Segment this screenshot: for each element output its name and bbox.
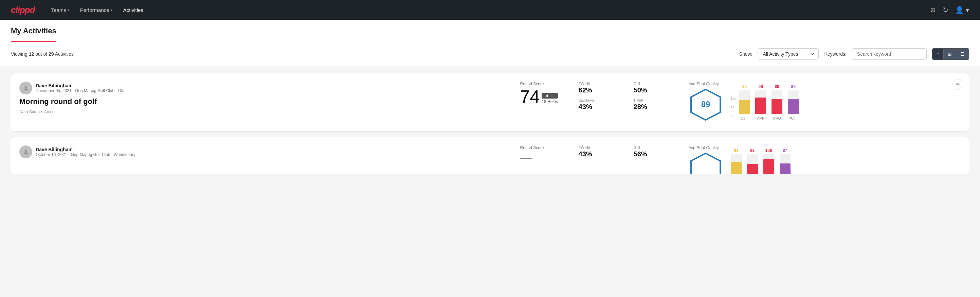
- bar-ott-fill: [739, 100, 750, 114]
- gir-label-2: GIR: [634, 145, 678, 150]
- bar-app-value: 90: [759, 84, 763, 89]
- svg-text:89: 89: [701, 99, 710, 109]
- score-diff-badge: +4: [542, 93, 558, 99]
- shot-quality-label-2: Avg Shot Quality: [689, 145, 722, 150]
- oneputt-stat: 1 Putt 28%: [634, 98, 678, 111]
- bar-app: 90 APP: [755, 84, 766, 120]
- viewing-text: Viewing 12 out of 29 Activities: [11, 51, 734, 57]
- card-left: Dave Billingham December 05, 2021 - Gog …: [19, 81, 509, 114]
- show-label: Show:: [739, 51, 752, 57]
- svg-point-0: [24, 86, 27, 88]
- shot-quality-section-2: Avg Shot Quality 94 OTT 83: [689, 145, 961, 174]
- page-title: My Activities: [11, 27, 56, 35]
- bar-putt-label: PUTT: [789, 116, 798, 120]
- logo[interactable]: clippd: [11, 5, 35, 15]
- bars-container: 85 OTT 90 APP: [739, 84, 799, 120]
- navbar-right: ⊕ ↻ 👤 ▾: [930, 6, 969, 14]
- stats-section-card2: FW Hit 43%: [579, 145, 623, 162]
- refresh-icon[interactable]: ↻: [943, 6, 948, 14]
- view-grid-button[interactable]: ⊞: [943, 49, 956, 59]
- bar-app-label: APP: [757, 116, 764, 120]
- gir-stat-2: GIR 56%: [634, 145, 678, 158]
- chevron-down-icon: ▾: [68, 8, 69, 12]
- round-score-value: 74: [520, 88, 540, 105]
- updown-stat: Up/Down 43%: [579, 98, 623, 111]
- activity-date-2: October 16, 2021 - Gog Magog Golf Club -…: [36, 152, 135, 157]
- stats-section-2: GIR 50% 1 Putt 28%: [634, 81, 678, 115]
- page-header: My Activities: [0, 20, 980, 42]
- view-list-compact-button[interactable]: ≡: [932, 49, 943, 59]
- svg-point-3: [24, 150, 27, 152]
- add-icon[interactable]: ⊕: [930, 6, 936, 14]
- activity-card-2: Dave Billingham October 16, 2021 - Gog M…: [11, 137, 969, 174]
- y-axis-labels: 100 50 0: [731, 96, 737, 120]
- nav-performance[interactable]: Performance ▾: [80, 7, 112, 13]
- navbar: clippd Teams ▾ Performance ▾ Activities …: [0, 0, 980, 20]
- shot-quality-label: Avg Shot Quality: [689, 81, 722, 86]
- score-section: Round Score 74 +4 18 Holes: [520, 81, 568, 105]
- bar-app-wrapper: [755, 90, 766, 114]
- bar-arg: 89 ARG: [772, 84, 783, 120]
- bar-arg-wrapper: [772, 90, 783, 114]
- nav-teams[interactable]: Teams ▾: [51, 7, 69, 13]
- data-source: Data Source: Arccos: [19, 109, 509, 114]
- bar-putt-value: 89: [791, 84, 795, 89]
- fw-hit-value-2: 43%: [579, 150, 623, 158]
- viewing-total: 29: [49, 51, 54, 57]
- oneputt-value: 28%: [634, 103, 678, 111]
- holes-text: 18 Holes: [542, 99, 558, 104]
- bar-ott: 85 OTT: [739, 84, 750, 120]
- bar-app-fill: [755, 97, 766, 114]
- activity-card: ✏ Dave Billingham December 05, 2021 - Go…: [11, 73, 969, 131]
- bar-ott-wrapper: [739, 90, 750, 114]
- hexagon-icon-2: [689, 152, 722, 174]
- hexagon-icon: 89: [689, 88, 722, 121]
- user-info: Dave Billingham December 05, 2021 - Gog …: [36, 83, 124, 93]
- bar-arg-value: 89: [775, 84, 779, 89]
- chevron-down-icon: ▾: [111, 8, 112, 12]
- bar-putt-fill: [788, 99, 799, 115]
- user-row: Dave Billingham December 05, 2021 - Gog …: [19, 81, 509, 94]
- view-list-detail-button[interactable]: ☰: [956, 49, 969, 59]
- user-info-2: Dave Billingham October 16, 2021 - Gog M…: [36, 147, 135, 157]
- updown-value: 43%: [579, 103, 623, 111]
- fw-hit-label: FW Hit: [579, 81, 623, 86]
- gir-label: GIR: [634, 81, 678, 86]
- activity-title: Morning round of golf: [19, 97, 509, 106]
- list-compact-icon: ≡: [937, 51, 939, 57]
- updown-label: Up/Down: [579, 98, 623, 102]
- edit-button[interactable]: ✏: [953, 79, 963, 90]
- fw-hit-value: 62%: [579, 86, 623, 94]
- svg-marker-4: [691, 153, 720, 174]
- bar-putt-wrapper: [788, 90, 799, 114]
- gir-value: 50%: [634, 86, 678, 94]
- keywords-label: Keywords:: [824, 51, 846, 57]
- round-score-label-2: Round Score: [520, 145, 568, 150]
- list-detail-icon: ☰: [960, 51, 965, 57]
- activity-type-select[interactable]: All Activity Types: [757, 48, 819, 60]
- user-name: Dave Billingham: [36, 83, 124, 88]
- bar-ott-label: OTT: [741, 116, 748, 120]
- score-row: 74 +4 18 Holes: [520, 88, 568, 105]
- round-score-value-2: —: [520, 152, 533, 164]
- bars-container-2: 94 OTT 83 APP 106: [731, 148, 791, 174]
- grid-icon: ⊞: [948, 51, 952, 57]
- score-section-2: Round Score —: [520, 145, 568, 164]
- avatar-2: [19, 145, 32, 158]
- bar-chart-2: 94 OTT 83 APP 106: [731, 148, 791, 174]
- search-input[interactable]: [852, 48, 927, 60]
- bar-ott-2: 94 OTT: [731, 148, 741, 174]
- bar-arg-2: 106 ARG: [764, 148, 774, 174]
- stats-section: FW Hit 62% Up/Down 43%: [579, 81, 623, 115]
- filter-bar: Viewing 12 out of 29 Activities Show: Al…: [0, 42, 980, 66]
- score-meta: +4 18 Holes: [542, 93, 558, 104]
- shot-quality-section: Avg Shot Quality 89 100 50 0 85: [689, 81, 961, 123]
- shot-quality-left-2: Avg Shot Quality: [689, 145, 722, 174]
- stats-section-card2-b: GIR 56%: [634, 145, 678, 162]
- activity-date: December 05, 2021 - Gog Magog Golf Club …: [36, 88, 124, 93]
- bar-app-2: 83 APP: [747, 148, 758, 174]
- view-toggle: ≡ ⊞ ☰: [932, 48, 969, 60]
- user-icon[interactable]: 👤 ▾: [955, 6, 969, 14]
- oneputt-label: 1 Putt: [634, 98, 678, 102]
- nav-activities[interactable]: Activities: [123, 7, 143, 13]
